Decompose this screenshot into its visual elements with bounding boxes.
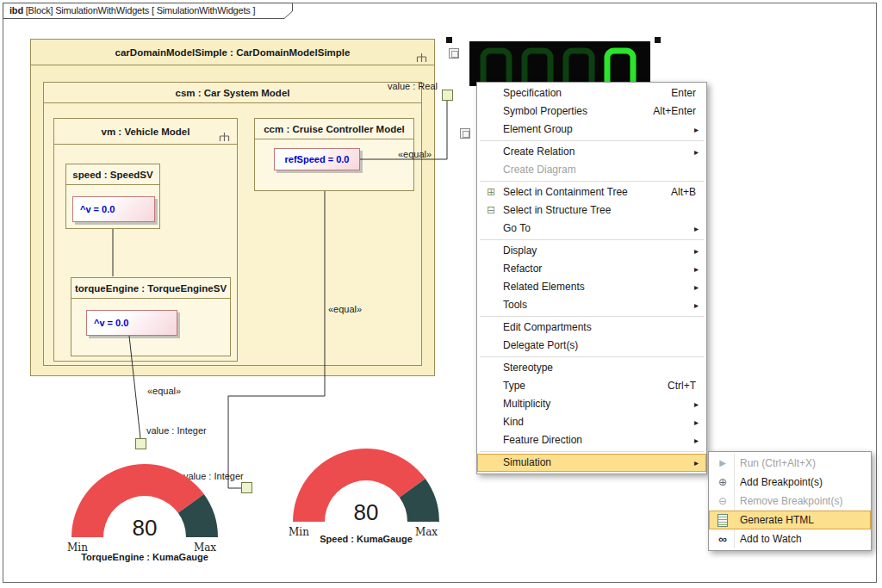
menu-item-edit-compartments[interactable]: Edit Compartments [477,319,706,337]
seven-segment-display-widget[interactable] [469,41,650,86]
run-icon: ▶ [715,454,730,473]
equal-stereotype-label[interactable]: «equal» [147,386,181,396]
chevron-right-icon: ▸ [694,454,699,472]
menu-item-display[interactable]: Display ▸ [477,242,706,260]
seven-segment-digits [469,41,650,86]
menu-separator [480,140,704,141]
remove-breakpoint-icon: ⊖ [715,492,730,511]
menu-item-kind[interactable]: Kind ▸ [477,413,706,431]
menu-item-go-to[interactable]: Go To ▸ [477,220,706,238]
port-manipulator-icon[interactable] [460,128,470,139]
menu-item-label: Related Elements [503,281,585,293]
selection-handle[interactable] [655,37,661,43]
gauge-value: 80 [354,499,379,525]
menu-item-feature-direction[interactable]: Feature Direction ▸ [477,431,706,449]
menu-item-refactor[interactable]: Refactor ▸ [477,260,706,278]
menu-separator [480,451,704,452]
ref-speed-value-box[interactable]: refSpeed = 0.0 [274,148,360,170]
chevron-right-icon: ▸ [694,413,699,431]
submenu-item-run: ▶ Run (Ctrl+Alt+X) [709,454,871,473]
torque-value-box[interactable]: ^v = 0.0 [86,310,177,336]
menu-item-label: Element Group [503,123,573,135]
menu-item-select-in-structure-tree[interactable]: ⊟ Select in Structure Tree [477,201,706,220]
menu-shortcut: Alt+B [671,183,696,201]
menu-shortcut: Ctrl+T [668,377,696,395]
speed-gauge-widget[interactable]: 80 Min Max [284,443,448,539]
menu-item-multiplicity[interactable]: Multiplicity ▸ [477,395,706,413]
menu-item-element-group[interactable]: Element Group ▸ [477,121,706,139]
menu-item-label: Kind [503,416,524,428]
diagram-kind-label: ibd [9,5,23,15]
menu-item-label: Create Diagram [503,164,576,176]
equal-stereotype-label[interactable]: «equal» [398,149,432,159]
menu-item-label: Specification [503,87,562,99]
submenu-item-add-to-watch[interactable]: ∞ Add to Watch [709,529,871,548]
selection-handle[interactable] [446,37,452,43]
chevron-right-icon: ▸ [694,431,699,449]
speed-gauge-title: Speed : KumaGauge [284,534,448,544]
menu-separator [480,239,704,240]
chevron-right-icon: ▸ [694,121,699,139]
menu-item-specification[interactable]: Specification Enter [477,84,706,102]
menu-item-label: Multiplicity [503,398,550,410]
block-car-domain-model-title: carDomainModelSimple : CarDomainModelSim… [115,47,351,58]
menu-item-label: Edit Compartments [503,321,592,333]
submenu-item-label: Remove Breakpoint(s) [740,495,842,507]
block-speed-sv-header[interactable]: speed : SpeedSV [66,164,159,185]
containment-tree-icon: ⊞ [484,183,498,201]
menu-item-delegate-ports[interactable]: Delegate Port(s) [477,337,706,355]
torque-value-label: ^v = 0.0 [94,318,128,328]
submenu-item-label: Generate HTML [740,514,814,526]
torque-gauge-widget[interactable]: 80 Min Max [63,458,227,554]
menu-separator [480,356,704,357]
speed-value-box[interactable]: ^v = 0.0 [72,196,155,222]
structure-rake-icon [416,53,427,63]
menu-shortcut: Alt+Enter [653,102,696,121]
port-value-integer-speed[interactable] [241,482,252,493]
menu-item-label: Symbol Properties [503,105,587,117]
submenu-item-generate-html[interactable]: Generate HTML [709,511,871,529]
menu-item-select-in-containment-tree[interactable]: ⊞ Select in Containment Tree Alt+B [477,183,706,201]
menu-item-type[interactable]: Type Ctrl+T [477,377,706,395]
simulation-submenu: ▶ Run (Ctrl+Alt+X) ⊕ Add Breakpoint(s) ⊖… [708,451,872,551]
menu-item-simulation[interactable]: Simulation ▸ [477,454,706,472]
menu-item-label: Delegate Port(s) [503,339,578,351]
block-car-system-model-header[interactable]: csm : Car System Model [44,83,421,103]
diagram-tab[interactable]: ibd [Block] SimulationWithWidgets [ Simu… [9,5,255,15]
chevron-right-icon: ▸ [694,143,699,161]
menu-item-label: Create Relation [503,145,575,158]
menu-item-symbol-properties[interactable]: Symbol Properties Alt+Enter [477,102,706,121]
chevron-right-icon: ▸ [694,296,699,314]
submenu-item-remove-breakpoints: ⊖ Remove Breakpoint(s) [709,492,871,511]
block-vehicle-model-header[interactable]: vm : Vehicle Model [54,119,237,145]
menu-item-tools[interactable]: Tools ▸ [477,296,706,314]
generate-html-icon [717,514,728,527]
menu-item-label: Type [503,380,525,392]
block-torque-engine-sv-title: torqueEngine : TorqueEngineSV [75,283,227,294]
speed-value-label: ^v = 0.0 [80,204,115,214]
menu-item-create-relation[interactable]: Create Relation ▸ [477,143,706,161]
port-value-real[interactable] [442,90,453,101]
menu-item-related-elements[interactable]: Related Elements ▸ [477,278,706,296]
block-cruise-controller-model-header[interactable]: ccm : Cruise Controller Model [255,119,413,139]
menu-shortcut: Enter [671,84,696,102]
menu-item-stereotype[interactable]: Stereotype [477,359,706,377]
block-car-domain-model-header[interactable]: carDomainModelSimple : CarDomainModelSim… [31,40,434,65]
submenu-item-label: Add Breakpoint(s) [740,476,823,488]
chevron-right-icon: ▸ [694,278,699,296]
equal-stereotype-label[interactable]: «equal» [328,304,362,314]
menu-item-label: Go To [503,222,531,234]
port-value-integer-torque[interactable] [135,438,146,449]
menu-item-create-diagram: Create Diagram [477,161,706,179]
port-label-value-integer-torque[interactable]: value : Integer [146,425,207,436]
submenu-item-add-breakpoints[interactable]: ⊕ Add Breakpoint(s) [709,473,871,492]
port-label-value-real[interactable]: value : Real [376,81,438,91]
menu-item-label: Display [503,244,537,257]
ref-speed-value-label: refSpeed = 0.0 [285,154,350,164]
structure-tree-icon: ⊟ [484,201,498,220]
context-menu: Specification Enter Symbol Properties Al… [476,82,707,474]
menu-item-label: Select in Containment Tree [503,186,628,198]
smart-manipulator-icon[interactable] [449,48,459,59]
diagram-name-label: [Block] SimulationWithWidgets [ Simulati… [23,5,255,15]
block-torque-engine-sv-header[interactable]: torqueEngine : TorqueEngineSV [71,278,230,299]
